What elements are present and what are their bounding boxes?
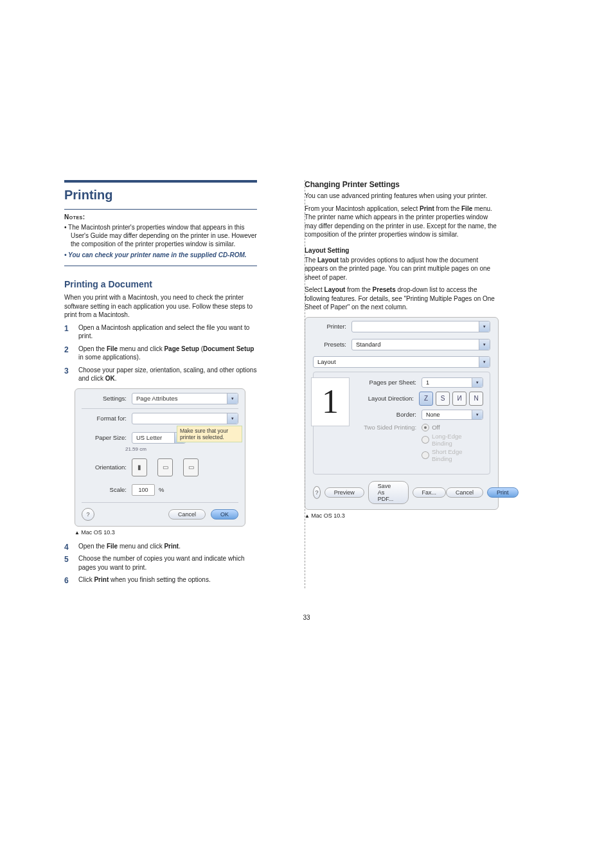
notes-label: Notes: <box>64 213 85 221</box>
print-dialog: Printer: ▾ Presets: Standard▾ Layout▾ <box>305 317 499 510</box>
step-5: Choose the number of copies you want and… <box>64 554 257 572</box>
orientation-landscape[interactable]: ▭ <box>157 458 173 476</box>
chevron-down-icon: ▾ <box>472 410 483 419</box>
dialog-caption-right: Mac OS 10.3 <box>305 512 497 519</box>
format-for-select[interactable]: ▾ <box>132 413 238 424</box>
settings-label: Settings: <box>82 395 132 402</box>
ok-button[interactable]: OK <box>211 509 238 520</box>
chevron-down-icon: ▾ <box>479 339 490 350</box>
steps-list-b: Open the File menu and click Print. Choo… <box>64 542 257 584</box>
layout-direction-label: Layout Direction: <box>360 395 419 402</box>
orientation-portrait[interactable]: ▮ <box>132 458 147 476</box>
pages-per-sheet-select[interactable]: 1▾ <box>422 377 483 388</box>
pane-select[interactable]: Layout▾ <box>313 356 490 368</box>
layout-group: 1 Pages per Sheet: 1▾ Layout Direction: … <box>313 372 490 475</box>
two-sided-label: Two Sided Printing: <box>360 424 422 431</box>
left-column: Printing Notes: The Macintosh printer's … <box>64 180 257 588</box>
layout-direction-2[interactable]: S <box>436 392 450 406</box>
printing-document-heading: Printing a Document <box>64 279 257 289</box>
chevron-down-icon: ▾ <box>227 393 238 404</box>
cancel-button[interactable]: Cancel <box>168 509 206 520</box>
note-item: The Macintosh printer's properties windo… <box>64 223 257 248</box>
notes-box: Notes: The Macintosh printer's propertie… <box>64 209 257 266</box>
print-button[interactable]: Print <box>487 487 519 498</box>
orientation-buttons: ▮ ▭ ▭ <box>132 458 199 476</box>
presets-select[interactable]: Standard▾ <box>351 339 490 350</box>
help-button[interactable]: ? <box>313 486 321 499</box>
layout-setting-heading: Layout Setting <box>305 247 497 254</box>
border-label: Border: <box>360 411 422 418</box>
cancel-button[interactable]: Cancel <box>446 487 483 498</box>
orientation-landscape-rev[interactable]: ▭ <box>183 458 199 476</box>
radio-off[interactable] <box>422 424 429 431</box>
presets-label: Presets: <box>313 341 351 348</box>
paper-size-label: Paper Size: <box>82 434 132 441</box>
format-for-label: Format for: <box>82 415 132 422</box>
chevron-down-icon: ▾ <box>472 378 483 387</box>
page-setup-dialog: Settings: Page Attributes ▾ Format for: … <box>75 388 245 527</box>
settings-select[interactable]: Page Attributes ▾ <box>132 393 238 404</box>
scale-input[interactable]: 100 <box>132 484 155 496</box>
layout-direction-3[interactable]: И <box>452 392 466 406</box>
chevron-down-icon: ▾ <box>227 413 238 424</box>
section-rule <box>64 180 257 183</box>
note-item-cd: You can check your printer name in the s… <box>64 251 257 259</box>
radio-short-edge[interactable] <box>422 451 429 459</box>
radio-long-edge[interactable] <box>422 436 429 444</box>
layout-preview-icon: 1 <box>311 377 350 426</box>
step-1: Open a Macintosh application and select … <box>64 323 257 341</box>
layout-direction-1[interactable]: Z <box>419 392 433 406</box>
pages-per-sheet-label: Pages per Sheet: <box>360 379 422 386</box>
layout-direction-4[interactable]: N <box>469 392 483 406</box>
steps-list-a: Open a Macintosh application and select … <box>64 323 257 383</box>
scale-unit: % <box>159 486 164 493</box>
chevron-down-icon: ▾ <box>479 357 490 367</box>
preview-button[interactable]: Preview <box>324 487 364 498</box>
scale-label: Scale: <box>82 486 132 493</box>
page-number: 33 <box>64 614 549 621</box>
help-button[interactable]: ? <box>82 508 94 521</box>
step-6: Click Print when you finish setting the … <box>64 575 257 584</box>
dialog-caption: Mac OS 10.3 <box>75 529 257 536</box>
step-2: Open the File menu and click Page Setup … <box>64 345 257 362</box>
right-column: Changing Printer Settings You can use ad… <box>305 180 497 588</box>
right-p3: The Layout tab provides options to adjus… <box>305 256 497 282</box>
step-3: Choose your paper size, orientation, sca… <box>64 366 257 383</box>
intro-paragraph: When you print with a Macintosh, you nee… <box>64 293 257 320</box>
printing-heading: Printing <box>64 188 257 203</box>
right-p1: You can use advanced printing features w… <box>305 192 497 201</box>
save-pdf-button[interactable]: Save As PDF... <box>368 481 409 504</box>
chevron-down-icon: ▾ <box>479 321 490 332</box>
printer-label: Printer: <box>313 323 351 330</box>
fax-button[interactable]: Fax... <box>413 487 447 498</box>
orientation-label: Orientation: <box>82 464 132 471</box>
right-p4: Select Layout from the Presets drop-down… <box>305 285 497 312</box>
printer-callout: Make sure that your printer is selected. <box>177 426 242 442</box>
printer-select[interactable]: ▾ <box>351 321 490 332</box>
right-p2: From your Macintosh application, select … <box>305 204 497 239</box>
changing-settings-heading: Changing Printer Settings <box>305 180 497 189</box>
step-4: Open the File menu and click Print. <box>64 542 257 551</box>
border-select[interactable]: None▾ <box>422 410 483 420</box>
